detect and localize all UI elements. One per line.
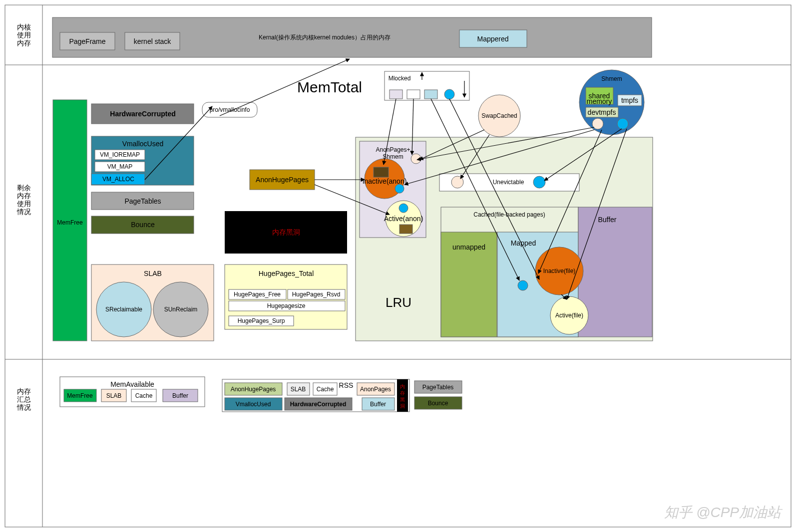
memavailable-label: MemAvailable <box>110 380 154 388</box>
svg-point-30 <box>533 176 545 188</box>
shared-mem-label: sharedmemory <box>587 92 612 105</box>
vmalloc-label: VmallocUsed <box>122 140 163 148</box>
svg-point-29 <box>451 176 463 188</box>
svg-point-17 <box>411 154 421 164</box>
svg-text:AnonHugePages: AnonHugePages <box>231 386 276 393</box>
svg-text:VmallocUsed: VmallocUsed <box>236 401 271 408</box>
blackhole-label: 内存黑洞 <box>272 228 300 236</box>
svg-rect-26 <box>424 90 437 99</box>
svg-point-20 <box>395 184 404 193</box>
hw-label: HardwareCorrupted <box>110 110 175 118</box>
svg-text:Mapped: Mapped <box>511 239 536 247</box>
svg-point-27 <box>444 89 454 99</box>
memtotal-title: MemTotal <box>297 79 362 95</box>
svg-text:Bounce: Bounce <box>428 400 448 407</box>
svg-text:HugePages_Surp: HugePages_Surp <box>238 317 285 324</box>
row-label-remain: 剩余内存使用情况 <box>16 184 31 216</box>
slab-label: SLAB <box>144 269 162 277</box>
kstack-label: kernel stack <box>134 37 172 45</box>
cached-label: Cached(file-backed pages) <box>473 211 545 218</box>
lru-label: LRU <box>386 295 411 310</box>
memfree-label: MemFree <box>57 219 83 226</box>
vm-map: VM_MAP <box>107 163 133 170</box>
svg-point-34 <box>518 280 528 290</box>
svg-text:HardwareCorrupted: HardwareCorrupted <box>290 401 347 408</box>
svg-text:devtmpfs: devtmpfs <box>588 108 616 116</box>
svg-text:Cache: Cache <box>135 392 153 399</box>
row-label-kernel: 内核使用内存 <box>17 23 31 47</box>
svg-point-22 <box>399 204 408 213</box>
svg-point-44 <box>617 118 628 129</box>
svg-text:Active(file): Active(file) <box>555 312 583 319</box>
vm-alloc: VM_ALLOC <box>102 176 134 183</box>
vm-ioremap: VM_IOREMAP <box>100 151 140 158</box>
unevictable-label: Unevictable <box>493 179 524 186</box>
huge-title: HugePages_Total <box>259 269 314 277</box>
svg-text:PageTables: PageTables <box>422 384 454 391</box>
svg-text:tmpfs: tmpfs <box>621 96 638 104</box>
svg-rect-24 <box>390 90 402 99</box>
svg-text:Active(anon): Active(anon) <box>384 215 423 223</box>
shmem-label: Shmem <box>601 75 622 82</box>
svg-text:Cache: Cache <box>317 386 334 393</box>
svg-text:SReclaimable: SReclaimable <box>105 306 142 313</box>
svg-text:SLAB: SLAB <box>106 392 122 399</box>
pagetables-label: PageTables <box>124 197 161 205</box>
svg-text:Buffer: Buffer <box>172 392 188 399</box>
buffer-box <box>578 207 652 337</box>
svg-text:SwapCached: SwapCached <box>481 112 517 119</box>
svg-text:MemFree: MemFree <box>67 392 93 399</box>
svg-text:SUnReclaim: SUnReclaim <box>164 306 198 313</box>
svg-text:Buffer: Buffer <box>598 216 616 224</box>
svg-text:Inactive(file): Inactive(file) <box>543 267 576 274</box>
svg-rect-23 <box>399 225 412 234</box>
anonhuge-label: AnonHugePages <box>256 176 309 184</box>
rss-label: RSS <box>339 381 354 389</box>
memory-diagram: text{font-family:Arial,"Microsoft YaHei"… <box>0 0 796 532</box>
svg-text:unmapped: unmapped <box>452 243 485 251</box>
svg-text:AnonPages: AnonPages <box>360 386 391 393</box>
svg-text:HugePages_Free: HugePages_Free <box>234 291 281 298</box>
row-label-summary: 内存汇总情况 <box>16 387 31 411</box>
svg-rect-19 <box>374 167 389 177</box>
mappered-label: Mappered <box>477 35 508 43</box>
mlocked-label: Mlocked <box>389 75 411 82</box>
pageframe-label: PageFrame <box>69 37 105 45</box>
proc-label: pro/vmallocinfo <box>210 106 250 113</box>
bounce-label: Bounce <box>131 221 155 229</box>
svg-rect-25 <box>407 90 420 99</box>
svg-text:SLAB: SLAB <box>291 386 306 393</box>
kernel-note: Kernal(操作系统内核kernel modules）占用的内存 <box>259 34 391 41</box>
svg-text:Hugepagesize: Hugepagesize <box>267 302 306 309</box>
svg-text:HugePages_Rsvd: HugePages_Rsvd <box>292 291 341 298</box>
svg-text:Buffer: Buffer <box>370 401 386 408</box>
